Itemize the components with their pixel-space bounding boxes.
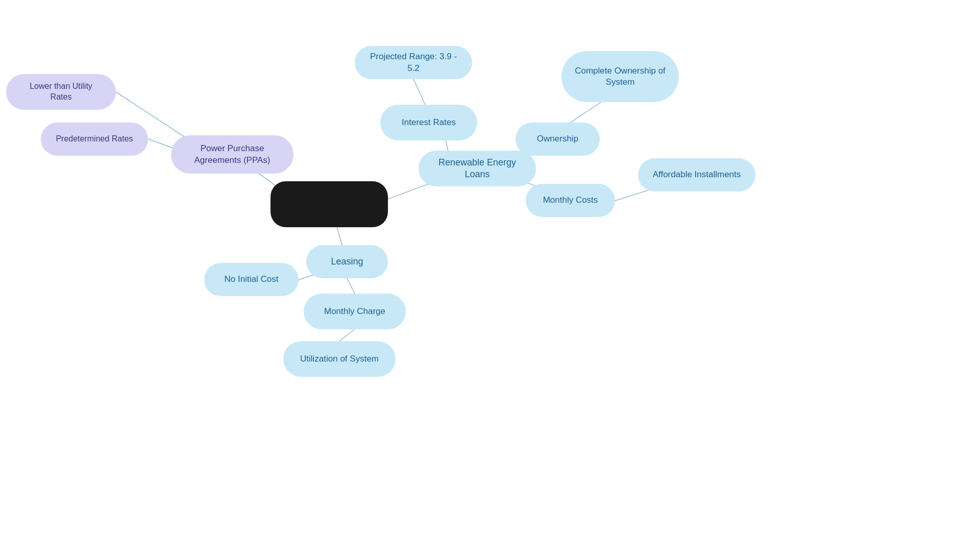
center-node (271, 181, 388, 227)
svg-line-13 (339, 329, 355, 341)
monthly-charge-node: Monthly Charge (304, 294, 406, 329)
no-initial-node: No Initial Cost (204, 263, 299, 296)
projected-node: Projected Range: 3.9 - 5.2 (355, 46, 472, 79)
leasing-node: Leasing (306, 245, 388, 278)
affordable-node: Affordable Installments (638, 158, 755, 191)
utilization-node: Utilization of System (283, 341, 396, 377)
predetermined-node: Predetermined Rates (41, 123, 148, 156)
loans-node: Renewable Energy Loans (419, 151, 536, 186)
complete-ownership-node: Complete Ownership of System (561, 51, 679, 102)
monthly-costs-node: Monthly Costs (526, 184, 615, 217)
lower-utility-node: Lower than Utility Rates (6, 74, 116, 110)
ppa-node: Power Purchase Agreements (PPAs) (171, 135, 293, 174)
svg-line-12 (347, 278, 355, 294)
ownership-node: Ownership (516, 123, 600, 156)
interest-node: Interest Rates (380, 105, 477, 140)
